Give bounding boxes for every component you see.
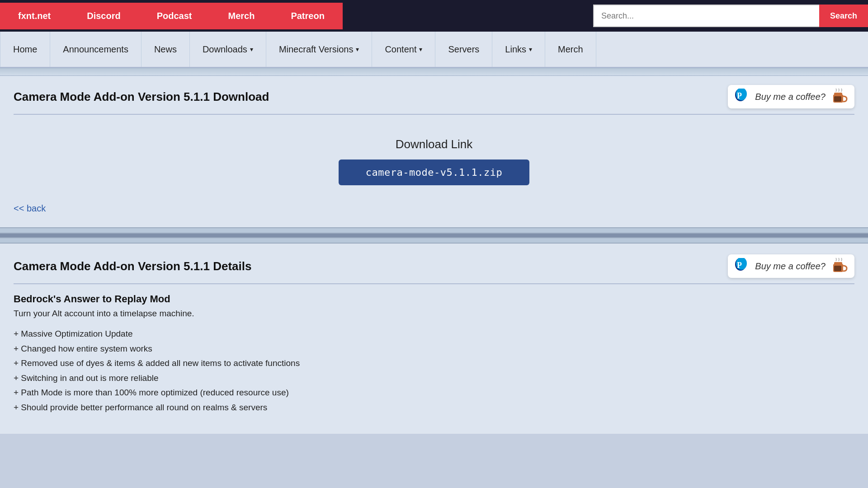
mid-divider-top <box>0 227 868 234</box>
download-file-button[interactable]: camera-mode-v5.1.1.zip <box>339 160 529 185</box>
back-link[interactable]: << back <box>14 203 46 214</box>
feature-item: + Removed use of dyes & items & added al… <box>14 357 854 370</box>
coffee-cup-icon <box>830 88 848 106</box>
nav-merch[interactable]: Merch <box>545 32 596 67</box>
search-area: Search <box>593 5 868 27</box>
svg-text:P: P <box>737 261 742 270</box>
paypal-icon-2: P <box>734 258 750 274</box>
top-divider <box>0 68 868 76</box>
nav-home[interactable]: Home <box>0 32 50 67</box>
top-nav-patreon[interactable]: Patreon <box>273 3 342 29</box>
mid-divider-dark <box>0 234 868 237</box>
top-nav-merch[interactable]: Merch <box>210 3 273 29</box>
downloads-chevron-icon: ▾ <box>250 46 253 53</box>
nav-content[interactable]: Content ▾ <box>372 32 435 67</box>
feature-item: + Path Mode is more than 100% more optim… <box>14 386 854 399</box>
details-features-list: + Massive Optimization Update+ Changed h… <box>14 328 854 414</box>
download-section: Download Link camera-mode-v5.1.1.zip <box>14 124 854 194</box>
download-card-section: Camera Mode Add-on Version 5.1.1 Downloa… <box>0 76 868 227</box>
nav-links[interactable]: Links ▾ <box>492 32 545 67</box>
main-nav: Home Announcements News Downloads ▾ Mine… <box>0 32 868 68</box>
nav-minecraft-versions[interactable]: Minecraft Versions ▾ <box>266 32 373 67</box>
coffee-badge-text-2: Buy me a coffee? <box>755 261 826 272</box>
svg-rect-4 <box>834 93 842 95</box>
svg-text:P: P <box>737 91 742 100</box>
feature-item: + Changed how entire system works <box>14 343 854 356</box>
search-button[interactable]: Search <box>819 5 868 27</box>
top-nav-fxnt[interactable]: fxnt.net <box>0 3 69 29</box>
details-card-header: Camera Mode Add-on Version 5.1.1 Details… <box>14 254 854 284</box>
svg-rect-5 <box>834 96 841 102</box>
details-card-title: Camera Mode Add-on Version 5.1.1 Details <box>14 259 251 273</box>
download-link-label: Download Link <box>396 137 473 151</box>
nav-news[interactable]: News <box>142 32 190 67</box>
download-card-header: Camera Mode Add-on Version 5.1.1 Downloa… <box>14 85 854 115</box>
download-card-title: Camera Mode Add-on Version 5.1.1 Downloa… <box>14 90 269 104</box>
top-nav-podcast[interactable]: Podcast <box>139 3 210 29</box>
nav-announcements[interactable]: Announcements <box>50 32 142 67</box>
top-nav: fxnt.net Discord Podcast Merch Patreon S… <box>0 0 868 32</box>
top-nav-links: fxnt.net Discord Podcast Merch Patreon <box>0 3 593 29</box>
search-input[interactable] <box>593 5 819 27</box>
paypal-icon: P <box>734 89 750 105</box>
nav-servers[interactable]: Servers <box>435 32 492 67</box>
content-chevron-icon: ▾ <box>419 46 422 53</box>
svg-rect-10 <box>834 262 842 265</box>
coffee-badge-details[interactable]: P Buy me a coffee? <box>728 254 854 278</box>
feature-item: + Massive Optimization Update <box>14 328 854 341</box>
details-subtitle: Bedrock's Answer to Replay Mod <box>14 293 854 305</box>
feature-item: + Should provide better performance all … <box>14 401 854 414</box>
top-nav-discord[interactable]: Discord <box>69 3 138 29</box>
mid-divider-bottom <box>0 237 868 244</box>
links-chevron-icon: ▾ <box>529 46 532 53</box>
details-intro: Turn your Alt account into a timelapse m… <box>14 309 854 319</box>
nav-downloads[interactable]: Downloads ▾ <box>190 32 266 67</box>
minecraft-versions-chevron-icon: ▾ <box>356 46 359 53</box>
details-body: Bedrock's Answer to Replay Mod Turn your… <box>14 293 854 414</box>
coffee-badge-download[interactable]: P Buy me a coffee? <box>728 85 854 108</box>
coffee-badge-text: Buy me a coffee? <box>755 92 826 102</box>
svg-rect-11 <box>834 266 841 271</box>
details-card-section: Camera Mode Add-on Version 5.1.1 Details… <box>0 244 868 434</box>
coffee-cup-icon-2 <box>830 257 848 275</box>
feature-item: + Switching in and out is more reliable <box>14 372 854 385</box>
